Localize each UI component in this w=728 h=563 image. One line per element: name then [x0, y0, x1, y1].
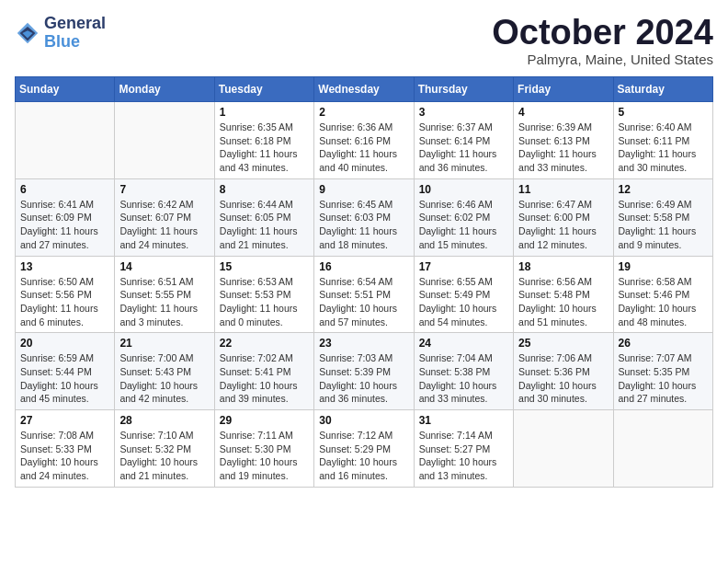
- day-info: Sunrise: 6:46 AM Sunset: 6:02 PM Dayligh…: [419, 198, 508, 252]
- day-info: Sunrise: 7:02 AM Sunset: 5:41 PM Dayligh…: [220, 351, 309, 406]
- day-number: 18: [518, 260, 608, 273]
- day-info: Sunrise: 6:44 AM Sunset: 6:05 PM Dayligh…: [220, 198, 309, 252]
- day-number: 9: [319, 183, 408, 196]
- day-info: Sunrise: 6:58 AM Sunset: 5:46 PM Dayligh…: [619, 275, 708, 329]
- day-number: 14: [119, 260, 209, 273]
- calendar-cell: 15Sunrise: 6:53 AM Sunset: 5:53 PM Dayli…: [214, 256, 313, 333]
- day-info: Sunrise: 7:10 AM Sunset: 5:32 PM Dayligh…: [119, 429, 209, 483]
- weekday-header-thursday: Thursday: [414, 77, 513, 102]
- day-info: Sunrise: 7:06 AM Sunset: 5:36 PM Dayligh…: [518, 351, 608, 406]
- day-number: 25: [518, 337, 608, 350]
- calendar-cell: 23Sunrise: 7:03 AM Sunset: 5:39 PM Dayli…: [314, 333, 414, 410]
- day-info: Sunrise: 6:54 AM Sunset: 5:51 PM Dayligh…: [319, 275, 408, 329]
- weekday-header-wednesday: Wednesday: [314, 77, 414, 102]
- day-info: Sunrise: 7:04 AM Sunset: 5:38 PM Dayligh…: [419, 351, 508, 406]
- day-info: Sunrise: 6:40 AM Sunset: 6:11 PM Dayligh…: [619, 121, 708, 175]
- week-row-2: 6Sunrise: 6:41 AM Sunset: 6:09 PM Daylig…: [16, 178, 713, 256]
- calendar-cell: 9Sunrise: 6:45 AM Sunset: 6:03 PM Daylig…: [314, 178, 414, 256]
- day-number: 11: [518, 183, 608, 196]
- calendar-cell: 20Sunrise: 6:59 AM Sunset: 5:44 PM Dayli…: [16, 333, 115, 410]
- day-number: 24: [419, 337, 508, 350]
- week-row-3: 13Sunrise: 6:50 AM Sunset: 5:56 PM Dayli…: [16, 256, 713, 333]
- logo-text: GeneralBlue: [44, 15, 106, 52]
- day-info: Sunrise: 7:03 AM Sunset: 5:39 PM Dayligh…: [319, 351, 408, 406]
- calendar: SundayMondayTuesdayWednesdayThursdayFrid…: [15, 76, 713, 488]
- day-info: Sunrise: 6:51 AM Sunset: 5:55 PM Dayligh…: [119, 275, 209, 329]
- week-row-4: 20Sunrise: 6:59 AM Sunset: 5:44 PM Dayli…: [16, 333, 713, 410]
- day-number: 21: [119, 337, 209, 350]
- calendar-cell: 24Sunrise: 7:04 AM Sunset: 5:38 PM Dayli…: [414, 333, 513, 410]
- day-info: Sunrise: 6:39 AM Sunset: 6:13 PM Dayligh…: [518, 121, 608, 175]
- day-number: 4: [518, 106, 608, 119]
- day-info: Sunrise: 6:53 AM Sunset: 5:53 PM Dayligh…: [220, 275, 309, 329]
- week-row-5: 27Sunrise: 7:08 AM Sunset: 5:33 PM Dayli…: [16, 410, 713, 488]
- calendar-cell: 14Sunrise: 6:51 AM Sunset: 5:55 PM Dayli…: [115, 256, 214, 333]
- day-info: Sunrise: 6:35 AM Sunset: 6:18 PM Dayligh…: [220, 121, 309, 175]
- calendar-cell: 7Sunrise: 6:42 AM Sunset: 6:07 PM Daylig…: [115, 178, 214, 256]
- week-row-1: 1Sunrise: 6:35 AM Sunset: 6:18 PM Daylig…: [16, 102, 713, 179]
- day-number: 3: [419, 106, 508, 119]
- month-title: October 2024: [492, 15, 713, 50]
- header: GeneralBlue October 2024 Palmyra, Maine,…: [15, 15, 713, 67]
- calendar-cell: 29Sunrise: 7:11 AM Sunset: 5:30 PM Dayli…: [214, 410, 313, 488]
- calendar-cell: 25Sunrise: 7:06 AM Sunset: 5:36 PM Dayli…: [514, 333, 613, 410]
- weekday-header-row: SundayMondayTuesdayWednesdayThursdayFrid…: [16, 77, 713, 102]
- day-number: 16: [319, 260, 408, 273]
- calendar-cell: 10Sunrise: 6:46 AM Sunset: 6:02 PM Dayli…: [414, 178, 513, 256]
- day-number: 29: [220, 414, 309, 427]
- day-number: 23: [319, 337, 408, 350]
- logo: GeneralBlue: [15, 15, 106, 52]
- day-info: Sunrise: 6:36 AM Sunset: 6:16 PM Dayligh…: [319, 121, 408, 175]
- calendar-cell: 16Sunrise: 6:54 AM Sunset: 5:51 PM Dayli…: [314, 256, 414, 333]
- day-info: Sunrise: 6:59 AM Sunset: 5:44 PM Dayligh…: [20, 351, 109, 406]
- day-info: Sunrise: 6:50 AM Sunset: 5:56 PM Dayligh…: [20, 275, 109, 329]
- calendar-cell: 3Sunrise: 6:37 AM Sunset: 6:14 PM Daylig…: [414, 102, 513, 179]
- day-info: Sunrise: 7:11 AM Sunset: 5:30 PM Dayligh…: [220, 429, 309, 483]
- calendar-cell: 17Sunrise: 6:55 AM Sunset: 5:49 PM Dayli…: [414, 256, 513, 333]
- day-number: 13: [20, 260, 109, 273]
- day-number: 12: [619, 183, 708, 196]
- calendar-cell: [613, 410, 712, 488]
- calendar-cell: [16, 102, 115, 179]
- day-number: 28: [119, 414, 209, 427]
- logo-icon: [15, 20, 40, 46]
- day-number: 31: [419, 414, 508, 427]
- day-number: 30: [319, 414, 408, 427]
- weekday-header-monday: Monday: [115, 77, 214, 102]
- weekday-header-saturday: Saturday: [613, 77, 712, 102]
- calendar-cell: 2Sunrise: 6:36 AM Sunset: 6:16 PM Daylig…: [314, 102, 414, 179]
- calendar-cell: 30Sunrise: 7:12 AM Sunset: 5:29 PM Dayli…: [314, 410, 414, 488]
- day-info: Sunrise: 6:45 AM Sunset: 6:03 PM Dayligh…: [319, 198, 408, 252]
- day-number: 6: [20, 183, 109, 196]
- calendar-cell: 11Sunrise: 6:47 AM Sunset: 6:00 PM Dayli…: [514, 178, 613, 256]
- day-info: Sunrise: 6:47 AM Sunset: 6:00 PM Dayligh…: [518, 198, 608, 252]
- calendar-cell: [514, 410, 613, 488]
- calendar-cell: 28Sunrise: 7:10 AM Sunset: 5:32 PM Dayli…: [115, 410, 214, 488]
- day-info: Sunrise: 6:37 AM Sunset: 6:14 PM Dayligh…: [419, 121, 508, 175]
- calendar-cell: 31Sunrise: 7:14 AM Sunset: 5:27 PM Dayli…: [414, 410, 513, 488]
- title-area: October 2024 Palmyra, Maine, United Stat…: [492, 15, 713, 67]
- day-info: Sunrise: 6:55 AM Sunset: 5:49 PM Dayligh…: [419, 275, 508, 329]
- day-number: 19: [619, 260, 708, 273]
- day-number: 8: [220, 183, 309, 196]
- calendar-cell: 1Sunrise: 6:35 AM Sunset: 6:18 PM Daylig…: [214, 102, 313, 179]
- day-number: 1: [220, 106, 309, 119]
- calendar-cell: 4Sunrise: 6:39 AM Sunset: 6:13 PM Daylig…: [514, 102, 613, 179]
- day-info: Sunrise: 7:08 AM Sunset: 5:33 PM Dayligh…: [20, 429, 109, 483]
- day-number: 20: [20, 337, 109, 350]
- day-info: Sunrise: 6:42 AM Sunset: 6:07 PM Dayligh…: [119, 198, 209, 252]
- day-number: 17: [419, 260, 508, 273]
- calendar-cell: 12Sunrise: 6:49 AM Sunset: 5:58 PM Dayli…: [613, 178, 712, 256]
- day-number: 10: [419, 183, 508, 196]
- day-info: Sunrise: 7:12 AM Sunset: 5:29 PM Dayligh…: [319, 429, 408, 483]
- weekday-header-tuesday: Tuesday: [214, 77, 313, 102]
- calendar-cell: 21Sunrise: 7:00 AM Sunset: 5:43 PM Dayli…: [115, 333, 214, 410]
- day-info: Sunrise: 6:56 AM Sunset: 5:48 PM Dayligh…: [518, 275, 608, 329]
- day-number: 7: [119, 183, 209, 196]
- day-info: Sunrise: 7:00 AM Sunset: 5:43 PM Dayligh…: [119, 351, 209, 406]
- calendar-cell: 5Sunrise: 6:40 AM Sunset: 6:11 PM Daylig…: [613, 102, 712, 179]
- calendar-cell: 6Sunrise: 6:41 AM Sunset: 6:09 PM Daylig…: [16, 178, 115, 256]
- day-number: 5: [619, 106, 708, 119]
- day-number: 27: [20, 414, 109, 427]
- day-number: 26: [619, 337, 708, 350]
